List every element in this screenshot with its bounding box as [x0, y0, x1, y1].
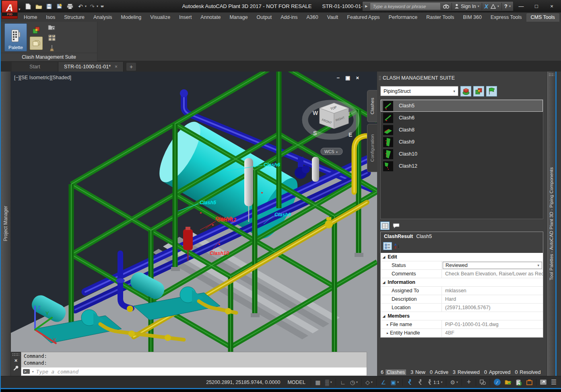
- alphabetical-sort-button[interactable]: AZ ↓: [394, 243, 400, 249]
- ribbon-tab-vault[interactable]: Vault: [323, 13, 343, 22]
- autoscale-button[interactable]: [415, 378, 425, 387]
- property-group-members[interactable]: ◢ Members: [381, 312, 543, 320]
- clash-list-item[interactable]: Clash5: [381, 100, 543, 112]
- interference-check-button[interactable]: [30, 23, 43, 37]
- command-input[interactable]: [36, 369, 365, 375]
- clash-list-item[interactable]: Clash12: [381, 160, 543, 172]
- interference-settings-button[interactable]: [473, 86, 484, 96]
- ribbon-tab-bim360[interactable]: BIM 360: [458, 13, 486, 22]
- model-space-button[interactable]: MODEL: [284, 378, 308, 387]
- close-button[interactable]: ×: [544, 0, 559, 12]
- annotation-visibility-button[interactable]: [405, 378, 415, 387]
- search-expand-icon[interactable]: ▶: [365, 4, 367, 8]
- sync-settings-button[interactable]: [514, 378, 524, 387]
- property-row-entity-handle[interactable]: ▸Entity Handle 4BF: [381, 329, 543, 337]
- ribbon-panel-label[interactable]: Clash Management Suite: [1, 53, 97, 61]
- property-row-description[interactable]: Description Hard: [381, 295, 543, 304]
- search-button[interactable]: [443, 4, 449, 9]
- ribbon-tab-home[interactable]: Home: [19, 13, 41, 22]
- ribbon-tab-analysis[interactable]: Analysis: [89, 13, 117, 22]
- ribbon-tab-raster-tools[interactable]: Raster Tools: [422, 13, 458, 22]
- isometric-drafting-button[interactable]: ◇ ▾: [364, 378, 374, 387]
- clash-list-item[interactable]: Clash9: [381, 136, 543, 148]
- file-tab-drawing[interactable]: STR-01-1000-01-01* ×: [58, 62, 124, 72]
- categorized-view-button[interactable]: [383, 242, 392, 250]
- ortho-mode-button[interactable]: ∟: [338, 378, 348, 387]
- plot-button[interactable]: [65, 2, 75, 11]
- polar-tracking-button[interactable]: ◷ ▾: [349, 378, 359, 387]
- ribbon-tab-visualize[interactable]: Visualize: [146, 13, 175, 22]
- property-group-information[interactable]: ◢ Information: [381, 278, 543, 287]
- snap-mode-button[interactable]: ▒ ▾: [324, 378, 334, 387]
- project-manager-bar[interactable]: Project Manager: [1, 72, 11, 376]
- ribbon-tab-a360[interactable]: A360: [302, 13, 323, 22]
- save-button[interactable]: [44, 2, 54, 11]
- viewport-controls-label[interactable]: [−][SE Isometric][Shaded]: [14, 75, 71, 80]
- trusted-paths-button[interactable]: [524, 378, 534, 387]
- ribbon-tab-modeling[interactable]: Modeling: [117, 13, 146, 22]
- member-expand-icon[interactable]: ▸: [387, 323, 388, 326]
- redo-button[interactable]: ↷: [87, 2, 97, 11]
- cleanup-button[interactable]: [47, 44, 56, 52]
- minimize-button[interactable]: —: [514, 0, 529, 12]
- search-input[interactable]: [370, 2, 441, 10]
- drawing-viewport[interactable]: Z X Y W N S E TOP FRONT RIGHT WCS ▾: [11, 72, 377, 376]
- maximize-button[interactable]: □: [529, 0, 544, 12]
- ribbon-tab-output[interactable]: Output: [252, 13, 276, 22]
- ribbon-tab-manage[interactable]: Manage: [225, 13, 252, 22]
- isolate-objects-button[interactable]: [538, 378, 548, 387]
- panel-grip[interactable]: [379, 76, 381, 80]
- object-snap-tracking-button[interactable]: ∠: [379, 378, 388, 387]
- property-row-comments[interactable]: Comments Check Beam Elevation, Raise/Low…: [381, 270, 543, 278]
- property-row-assigned-to[interactable]: Assigned To mklassen: [381, 287, 543, 295]
- drag-grip[interactable]: [12, 353, 19, 356]
- help-button[interactable]: ? ▾: [504, 3, 511, 9]
- object-snap-button[interactable]: ▣ ▾: [389, 378, 400, 387]
- save-settings-button[interactable]: [503, 378, 513, 387]
- grid-display-button[interactable]: ▦: [313, 378, 323, 387]
- app-menu-caret-icon[interactable]: ▾: [19, 7, 21, 11]
- clash-list-item[interactable]: Clash8: [381, 124, 543, 136]
- doc-restore-icon[interactable]: ▣: [345, 75, 350, 81]
- tab-close-icon[interactable]: ×: [115, 64, 118, 70]
- doc-minimize-icon[interactable]: −: [337, 75, 340, 81]
- property-row-file-name[interactable]: ▸File name PIP-01-1000-01-01.dwg: [381, 320, 543, 329]
- comments-view-tab[interactable]: [392, 222, 401, 230]
- new-drawing-tab-button[interactable]: +: [126, 63, 136, 71]
- side-tab-clashes[interactable]: Clashes: [367, 90, 377, 122]
- new-drawing-button[interactable]: [23, 2, 33, 11]
- undo-caret-icon[interactable]: ▾: [85, 4, 87, 8]
- property-group-edit[interactable]: ◢ Edit: [381, 253, 543, 261]
- open-drawing-button[interactable]: [34, 2, 43, 11]
- doc-close-icon[interactable]: ×: [356, 75, 359, 81]
- workspace-switching-button[interactable]: ⚙ ▾: [448, 378, 460, 387]
- palette-button[interactable]: Palette: [4, 23, 27, 51]
- annotation-scale-button[interactable]: 1:1 ▾: [426, 378, 444, 387]
- clash-total-label[interactable]: Clashes: [386, 369, 406, 375]
- exchange-apps-icon[interactable]: X: [485, 3, 488, 10]
- ribbon-tab-addins[interactable]: Add-ins: [276, 13, 302, 22]
- side-tab-configuration[interactable]: Configuration: [367, 124, 377, 172]
- customization-menu-button[interactable]: ☰: [549, 378, 559, 387]
- ribbon-tab-insert[interactable]: Insert: [175, 13, 196, 22]
- file-tab-start[interactable]: Start: [12, 62, 58, 72]
- ribbon-tab-cms-tools[interactable]: CMS Tools: [526, 13, 559, 22]
- save-as-button[interactable]: [55, 2, 64, 11]
- graphics-performance-button[interactable]: ∕: [492, 378, 502, 387]
- annotation-monitor-button[interactable]: +: [464, 378, 474, 387]
- tool-palettes-bar[interactable]: Tool Palettes - AutoCAD Plant 3D - Pipin…: [547, 72, 555, 376]
- ribbon-tab-structure[interactable]: Structure: [60, 13, 89, 22]
- flag-clash-button[interactable]: [486, 86, 497, 96]
- clash-list-item[interactable]: Clash6: [381, 112, 543, 124]
- project-settings-button[interactable]: [47, 23, 56, 31]
- ribbon-tab-performance[interactable]: Performance: [384, 13, 422, 22]
- clash-report-button[interactable]: [30, 37, 43, 50]
- properties-view-tab[interactable]: [380, 222, 390, 230]
- command-customize-button[interactable]: [13, 365, 19, 373]
- redo-caret-icon[interactable]: ▾: [97, 4, 98, 8]
- undo-button[interactable]: ↶: [76, 2, 85, 11]
- command-close-icon[interactable]: ×: [11, 357, 21, 363]
- group-manager-button[interactable]: [47, 34, 56, 42]
- selection-cycling-button[interactable]: [478, 378, 488, 387]
- qat-customize-button[interactable]: ▾▾: [101, 4, 103, 8]
